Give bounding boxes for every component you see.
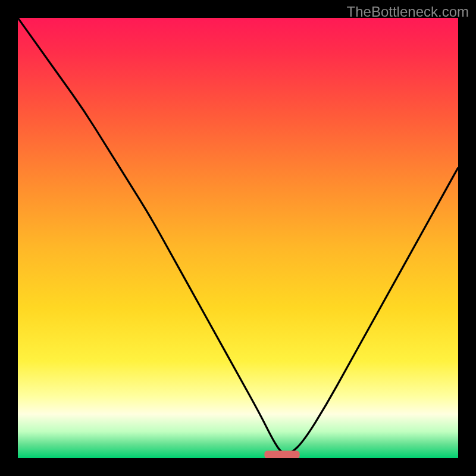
plot-area xyxy=(18,18,458,458)
chart-svg xyxy=(18,18,458,458)
bottleneck-curve xyxy=(18,18,458,454)
watermark-text: TheBottleneck.com xyxy=(347,4,469,20)
optimum-marker xyxy=(264,450,299,458)
